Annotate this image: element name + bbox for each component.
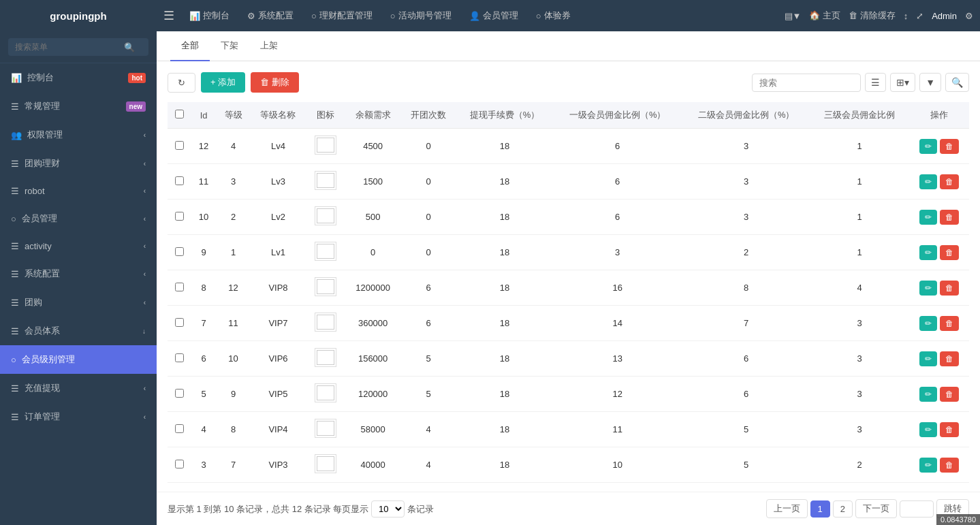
- delete-label: 🗑 删除: [260, 76, 289, 89]
- select-all-checkbox[interactable]: [175, 110, 184, 118]
- nav-sysconfig-label: 系统配置: [258, 10, 294, 22]
- search-input[interactable]: [752, 74, 861, 92]
- edit-button[interactable]: ✏: [919, 281, 937, 296]
- cell-actions: ✏ 🗑: [908, 412, 969, 447]
- edit-button[interactable]: ✏: [919, 387, 937, 402]
- cell-open-count: 5: [400, 341, 456, 377]
- delete-row-button[interactable]: 🗑: [940, 422, 959, 437]
- sidebar-item-dashboard[interactable]: 📊 控制台 hot: [0, 63, 157, 92]
- edit-button[interactable]: ✏: [919, 174, 937, 189]
- row-checkbox[interactable]: [175, 318, 184, 327]
- prev-page-button[interactable]: 上一页: [766, 499, 808, 518]
- cell-withdraw-fee: 18: [456, 235, 553, 270]
- grid-menu-icon[interactable]: ▤▼: [785, 11, 802, 21]
- sidebar-item-group-finance[interactable]: ☰ 团购理财 ‹: [0, 149, 157, 178]
- delete-row-button[interactable]: 🗑: [940, 210, 959, 225]
- cell-id: 3: [191, 447, 217, 483]
- row-checkbox[interactable]: [175, 141, 184, 150]
- cell-lvl3: 1: [810, 235, 908, 270]
- chevron-icon: ‹: [144, 131, 146, 139]
- delete-row-button[interactable]: 🗑: [940, 458, 959, 473]
- sidebar-item-syscfg[interactable]: ☰ 系统配置 ‹: [0, 259, 157, 288]
- cell-lvl3: 1: [810, 200, 908, 235]
- edit-button[interactable]: ✏: [919, 139, 937, 154]
- grid-view-button[interactable]: ⊞▾: [890, 73, 915, 92]
- nav-sysconfig[interactable]: ⚙ 系统配置: [239, 0, 302, 31]
- delete-button[interactable]: 🗑 删除: [251, 72, 299, 93]
- row-checkbox[interactable]: [175, 247, 184, 256]
- sidebar-item-member-level-mgmt[interactable]: ○ 会员级别管理: [0, 345, 157, 374]
- delete-row-button[interactable]: 🗑: [940, 245, 959, 260]
- cell-open-count: 0: [400, 200, 456, 235]
- general-sidebar-icon: ☰: [11, 101, 19, 112]
- page-1-button[interactable]: 1: [810, 500, 830, 518]
- sidebar-item-members[interactable]: ○ 会员管理 ‹: [0, 204, 157, 233]
- tab-all[interactable]: 全部: [170, 31, 210, 61]
- cell-id: 9: [191, 235, 217, 270]
- delete-row-button[interactable]: 🗑: [940, 316, 959, 331]
- delete-row-button[interactable]: 🗑: [940, 281, 959, 296]
- cell-icon: [306, 235, 345, 270]
- row-checkbox[interactable]: [175, 176, 184, 185]
- edit-button[interactable]: ✏: [919, 210, 937, 225]
- delete-row-button[interactable]: 🗑: [940, 174, 959, 189]
- add-button[interactable]: + 添加: [201, 72, 245, 93]
- level-icon-image: [315, 277, 336, 296]
- nav-icon2[interactable]: ⤢: [916, 11, 923, 21]
- home-link[interactable]: 🏠 主页: [809, 10, 840, 22]
- delete-row-button[interactable]: 🗑: [940, 351, 959, 366]
- cell-id: 6: [191, 341, 217, 377]
- row-checkbox[interactable]: [175, 212, 184, 221]
- edit-button[interactable]: ✏: [919, 458, 937, 473]
- nav-finance[interactable]: ○ 理财配置管理: [303, 0, 381, 31]
- cell-lvl2: 3: [682, 200, 810, 235]
- tab-off-shelf[interactable]: 下架: [210, 31, 249, 61]
- sidebar-item-orders[interactable]: ☰ 订单管理 ‹: [0, 402, 157, 431]
- sidebar-item-recharge[interactable]: ☰ 充值提现 ‹: [0, 374, 157, 402]
- nav-icon1[interactable]: ↕: [904, 11, 908, 21]
- nav-coupon[interactable]: ○ 体验券: [528, 0, 579, 31]
- nav-activity[interactable]: ○ 活动期号管理: [382, 0, 460, 31]
- col-level-name: 等级名称: [251, 102, 306, 129]
- edit-button[interactable]: ✏: [919, 245, 937, 260]
- table-row: 12 4 Lv4 4500 0 18 6 3 1 ✏ 🗑: [168, 129, 969, 164]
- row-checkbox[interactable]: [175, 283, 184, 291]
- sidebar-item-robot[interactable]: ☰ robot ‹: [0, 178, 157, 204]
- admin-label[interactable]: Admin: [932, 11, 957, 21]
- cell-id: 12: [191, 129, 217, 164]
- row-checkbox[interactable]: [175, 424, 184, 433]
- next-page-button[interactable]: 下一页: [855, 499, 897, 518]
- settings-icon[interactable]: ⚙: [965, 11, 973, 21]
- sidebar-item-group[interactable]: ☰ 团购 ‹: [0, 288, 157, 317]
- sidebar-item-label: 团购: [25, 296, 42, 308]
- row-checkbox[interactable]: [175, 389, 184, 398]
- chevron-icon: ‹: [144, 160, 146, 168]
- nav-member[interactable]: 👤 会员管理: [461, 0, 526, 31]
- level-icon-image: [315, 383, 336, 402]
- per-page-select[interactable]: 10 20 50: [371, 500, 405, 518]
- edit-button[interactable]: ✏: [919, 316, 937, 331]
- edit-button[interactable]: ✏: [919, 422, 937, 437]
- page-2-button[interactable]: 2: [833, 500, 853, 518]
- row-checkbox[interactable]: [175, 460, 184, 468]
- sidebar-item-permissions[interactable]: 👥 权限管理 ‹: [0, 121, 157, 149]
- clear-cache-link[interactable]: 🗑 清除缓存: [849, 10, 896, 22]
- sidebar-item-member-system[interactable]: ☰ 会员体系 ↓: [0, 317, 157, 345]
- refresh-button[interactable]: ↻: [168, 73, 195, 93]
- sidebar-item-activity[interactable]: ☰ activity ‹: [0, 233, 157, 259]
- hamburger-icon[interactable]: ☰: [163, 8, 174, 23]
- page-jump-input[interactable]: [900, 500, 934, 518]
- tab-on-shelf[interactable]: 上架: [249, 31, 289, 61]
- cell-level-name: Lv4: [251, 129, 306, 164]
- sidebar-item-general[interactable]: ☰ 常规管理 new: [0, 92, 157, 121]
- search-button[interactable]: 🔍: [945, 73, 969, 92]
- list-view-button[interactable]: ☰: [865, 73, 886, 92]
- filter-button[interactable]: ▼: [919, 73, 941, 92]
- delete-row-button[interactable]: 🗑: [940, 139, 959, 154]
- cell-open-count: 5: [400, 377, 456, 412]
- pagination-info: 显示第 1 到第 10 条记录，总共 12 条记录 每页显示 10 20 50 …: [168, 500, 766, 518]
- delete-row-button[interactable]: 🗑: [940, 387, 959, 402]
- row-checkbox[interactable]: [175, 353, 184, 362]
- edit-button[interactable]: ✏: [919, 351, 937, 366]
- nav-dashboard[interactable]: 📊 控制台: [181, 0, 238, 31]
